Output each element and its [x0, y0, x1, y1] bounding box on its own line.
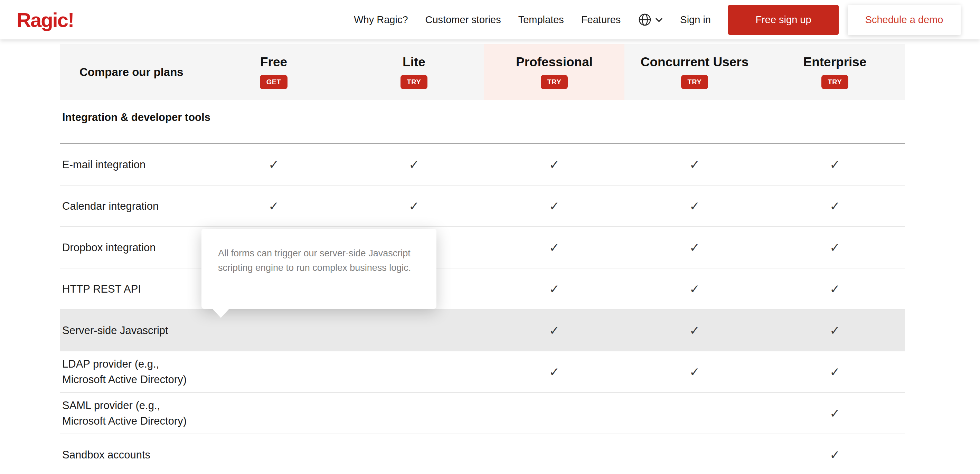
- feature-row-ldap-provider: LDAP provider (e.g., Microsoft Active Di…: [60, 352, 905, 393]
- schedule-demo-button[interactable]: Schedule a demo: [848, 5, 961, 35]
- tooltip-text: All forms can trigger our server-side Ja…: [218, 246, 420, 275]
- feature-row-sandbox-accounts: Sandbox accounts ✓: [60, 434, 905, 474]
- check-cell: ✓: [484, 240, 624, 254]
- nav-link-why-ragic[interactable]: Why Ragic?: [354, 14, 408, 25]
- check-cell: ✓: [765, 323, 905, 337]
- feature-label[interactable]: Sandbox accounts: [60, 447, 204, 463]
- check-cell: ✓: [344, 157, 484, 172]
- plan-name: Professional: [516, 55, 593, 70]
- feature-row-calendar-integration: Calendar integration ✓ ✓ ✓ ✓ ✓: [60, 186, 905, 227]
- plan-column-free: Free GET: [204, 44, 344, 100]
- check-cell: ✓: [484, 323, 624, 337]
- nav-link-features[interactable]: Features: [581, 14, 620, 25]
- plan-column-professional: Professional TRY: [484, 44, 624, 100]
- feature-row-saml-provider: SAML provider (e.g., Microsoft Active Di…: [60, 393, 905, 434]
- plan-name: Lite: [402, 55, 425, 70]
- check-cell: ✓: [624, 282, 765, 296]
- check-cell: ✓: [624, 365, 765, 379]
- nav-link-customer-stories[interactable]: Customer stories: [425, 14, 501, 25]
- feature-label[interactable]: Server-side Javascript: [60, 323, 204, 338]
- feature-label[interactable]: HTTP REST API: [60, 281, 204, 297]
- check-cell: ✓: [624, 157, 765, 172]
- feature-label[interactable]: SAML provider (e.g., Microsoft Active Di…: [60, 398, 204, 429]
- check-cell: ✓: [344, 199, 484, 213]
- check-cell: ✓: [765, 240, 905, 254]
- plans-header-row: Compare our plans Free GET Lite TRY Prof…: [60, 44, 905, 100]
- check-cell: ✓: [765, 406, 905, 420]
- top-navbar: Ragic! Why Ragic? Customer stories Templ…: [0, 0, 980, 40]
- check-cell: ✓: [484, 365, 624, 379]
- try-badge[interactable]: TRY: [821, 75, 849, 89]
- feature-label[interactable]: E-mail integration: [60, 157, 204, 172]
- feature-row-http-rest-api: HTTP REST API ✓ ✓ ✓ ✓ ✓: [60, 269, 905, 310]
- check-cell: ✓: [765, 282, 905, 296]
- feature-row-email-integration: E-mail integration ✓ ✓ ✓ ✓ ✓: [60, 144, 905, 186]
- check-cell: ✓: [765, 157, 905, 172]
- check-cell: ✓: [624, 240, 765, 254]
- ragic-logo[interactable]: Ragic!: [17, 8, 73, 32]
- plan-name: Free: [260, 55, 287, 70]
- nav-link-templates[interactable]: Templates: [518, 14, 564, 25]
- plan-column-enterprise: Enterprise TRY: [765, 44, 905, 100]
- section-header-integration-developer-tools: Integration & developer tools: [60, 100, 905, 144]
- plan-name: Concurrent Users: [641, 55, 749, 70]
- feature-row-dropbox-integration: Dropbox integration ✓ ✓ ✓ ✓ ✓: [60, 227, 905, 269]
- check-cell: ✓: [484, 157, 624, 172]
- try-badge[interactable]: TRY: [401, 75, 428, 89]
- check-cell: ✓: [204, 199, 344, 213]
- server-side-javascript-tooltip: All forms can trigger our server-side Ja…: [202, 229, 436, 309]
- check-cell: ✓: [484, 199, 624, 213]
- nav-link-sign-in[interactable]: Sign in: [680, 14, 711, 25]
- plans-comparison-table: Compare our plans Free GET Lite TRY Prof…: [60, 44, 905, 474]
- check-cell: ✓: [624, 199, 765, 213]
- try-badge[interactable]: TRY: [541, 75, 568, 89]
- check-cell: ✓: [765, 199, 905, 213]
- check-cell: ✓: [765, 365, 905, 379]
- check-cell: ✓: [624, 323, 765, 337]
- feature-label[interactable]: LDAP provider (e.g., Microsoft Active Di…: [60, 356, 204, 387]
- feature-row-server-side-javascript: Server-side Javascript ✓ ✓ ✓: [60, 310, 905, 352]
- plan-column-lite: Lite TRY: [344, 44, 484, 100]
- feature-label[interactable]: Dropbox integration: [60, 240, 204, 255]
- chevron-down-icon: [655, 17, 663, 22]
- free-signup-button[interactable]: Free sign up: [728, 5, 838, 35]
- compare-plans-label: Compare our plans: [60, 44, 204, 100]
- check-cell: ✓: [204, 157, 344, 172]
- try-badge[interactable]: TRY: [681, 75, 708, 89]
- check-cell: ✓: [765, 448, 905, 462]
- check-cell: ✓: [484, 282, 624, 296]
- get-badge[interactable]: GET: [260, 75, 288, 89]
- tooltip-arrow-icon: [212, 308, 230, 318]
- globe-icon: [638, 13, 652, 27]
- plan-name: Enterprise: [803, 55, 866, 70]
- feature-label[interactable]: Calendar integration: [60, 198, 204, 214]
- section-title: Integration & developer tools: [62, 109, 211, 126]
- nav-links: Why Ragic? Customer stories Templates Fe…: [354, 5, 961, 35]
- plan-column-concurrent-users: Concurrent Users TRY: [624, 44, 765, 100]
- language-selector[interactable]: [638, 13, 663, 27]
